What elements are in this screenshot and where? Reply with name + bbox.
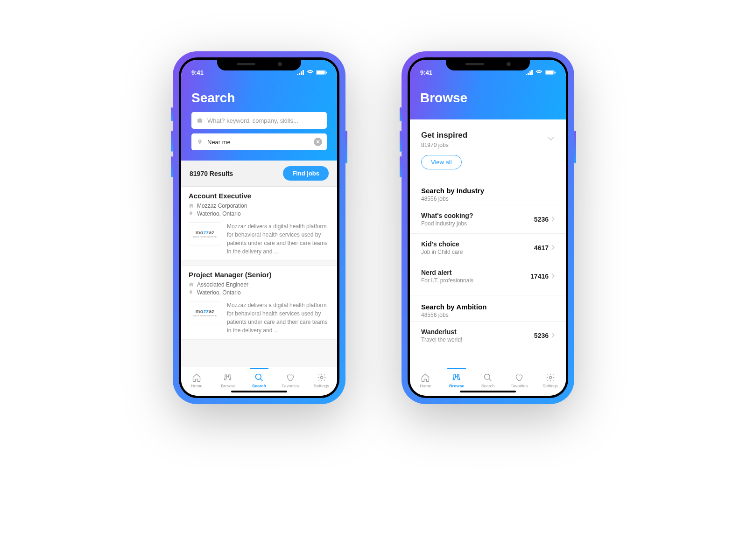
tab-settings[interactable]: Settings — [536, 372, 564, 388]
pin-icon — [189, 211, 194, 217]
signal-icon — [297, 70, 304, 75]
tab-search[interactable]: Search — [474, 372, 502, 388]
industry-row-cooking[interactable]: What's cooking? Food industry jobs 5236 — [410, 205, 566, 233]
svg-point-17 — [484, 374, 490, 379]
section-subtitle: 81970 jobs — [421, 142, 555, 148]
job-title: Project Manager (Senior) — [181, 266, 337, 281]
ambition-row-wanderlust[interactable]: Wanderlust Travel the world! 5236 — [410, 321, 566, 350]
svg-rect-16 — [555, 71, 556, 73]
clear-location-button[interactable] — [314, 138, 322, 146]
browse-list[interactable]: Get inspired 81970 jobs View all Search … — [410, 119, 566, 367]
phone-browse: 9:41 Browse — [402, 51, 574, 404]
heart-icon — [285, 372, 296, 383]
status-time: 9:41 — [191, 69, 204, 76]
job-card[interactable]: Project Manager (Senior) Associated Engi… — [181, 266, 337, 340]
row-count: 4617 — [534, 244, 549, 252]
gear-icon — [317, 372, 327, 383]
company-logo: mozzaz care everywhere — [189, 301, 221, 324]
company-icon — [189, 203, 194, 209]
phone-search: 9:41 Search — [173, 51, 345, 404]
tab-settings[interactable]: Settings — [308, 372, 336, 388]
job-description: Mozzaz delivers a digital health platfor… — [227, 301, 330, 335]
device-notch — [446, 57, 530, 70]
row-count: 17416 — [530, 273, 549, 280]
svg-rect-3 — [303, 70, 304, 75]
view-all-button[interactable]: View all — [421, 155, 462, 169]
tab-search[interactable]: Search — [245, 372, 273, 388]
device-notch — [217, 57, 301, 70]
chevron-right-icon — [551, 244, 555, 252]
svg-line-8 — [260, 378, 262, 381]
search-icon — [483, 372, 493, 383]
tab-favorites[interactable]: Favorites — [276, 372, 304, 388]
job-description: Mozzaz delivers a digital health platfor… — [227, 222, 330, 256]
job-location: Waterloo, Ontario — [197, 289, 241, 296]
chevron-down-icon[interactable] — [547, 134, 555, 143]
briefcase-icon — [196, 117, 204, 124]
signal-icon — [526, 70, 533, 75]
job-company: Associated Engineer — [197, 281, 248, 288]
svg-rect-6 — [326, 71, 327, 73]
svg-rect-2 — [301, 71, 302, 75]
industry-row-kids[interactable]: Kid's choice Job in Child care 4617 — [410, 233, 566, 262]
tab-favorites[interactable]: Favorites — [505, 372, 533, 388]
search-header: 9:41 Search — [181, 60, 337, 161]
job-company: Mozzaz Corporation — [197, 203, 247, 209]
pin-icon — [189, 290, 194, 295]
page-title: Search — [191, 91, 327, 105]
svg-point-7 — [255, 374, 261, 379]
tab-browse[interactable]: Browse — [214, 372, 242, 388]
row-count: 5236 — [534, 332, 549, 339]
keyword-placeholder: What? keyword, company, skills... — [207, 117, 298, 124]
results-bar: 81970 Results Find jobs — [181, 161, 337, 187]
search-icon — [254, 372, 264, 383]
chevron-right-icon — [551, 332, 555, 339]
svg-rect-13 — [531, 70, 533, 75]
job-title: Account Executive — [181, 187, 337, 203]
job-card[interactable]: Account Executive Mozzaz Corporation Wat… — [181, 187, 337, 261]
job-list[interactable]: Account Executive Mozzaz Corporation Wat… — [181, 187, 337, 367]
svg-rect-0 — [297, 74, 298, 75]
home-indicator[interactable] — [231, 391, 287, 392]
industry-row-nerd[interactable]: Nerd alert For I.T. profesionnals 17416 — [410, 262, 566, 290]
battery-icon — [316, 70, 327, 75]
home-indicator[interactable] — [460, 391, 516, 392]
svg-point-19 — [549, 376, 551, 378]
status-time: 9:41 — [420, 69, 432, 76]
results-count: 81970 Results — [190, 170, 233, 177]
section-get-inspired[interactable]: Get inspired 81970 jobs View all — [410, 121, 566, 174]
battery-icon — [545, 70, 556, 75]
gear-icon — [545, 372, 556, 383]
keyword-input[interactable]: What? keyword, company, skills... — [191, 112, 327, 129]
tab-home[interactable]: Home — [183, 372, 211, 388]
svg-rect-5 — [317, 70, 325, 74]
binoculars-icon — [223, 372, 233, 383]
binoculars-icon — [451, 372, 462, 383]
find-jobs-button[interactable]: Find jobs — [283, 166, 329, 181]
home-icon — [420, 372, 430, 383]
tab-home[interactable]: Home — [411, 372, 439, 388]
svg-point-9 — [320, 376, 323, 378]
svg-line-18 — [489, 378, 491, 381]
pin-icon — [196, 138, 204, 146]
svg-rect-10 — [526, 74, 527, 75]
section-title: Get inspired — [421, 131, 555, 140]
company-icon — [189, 282, 194, 287]
heart-icon — [514, 372, 524, 383]
page-title: Browse — [420, 91, 556, 105]
svg-rect-15 — [546, 70, 554, 74]
svg-rect-11 — [528, 73, 529, 75]
svg-rect-1 — [299, 73, 300, 75]
wifi-icon — [307, 70, 314, 75]
location-value: Near me — [207, 139, 231, 146]
chevron-right-icon — [551, 273, 555, 280]
section-industry-header: Search by Industry 48556 jobs — [410, 179, 566, 205]
company-logo: mozzaz care everywhere — [189, 222, 221, 245]
row-count: 5236 — [534, 216, 549, 223]
section-ambition-header: Search by Ambition 48556 jobs — [410, 295, 566, 321]
location-input[interactable]: Near me — [191, 133, 327, 150]
home-icon — [191, 372, 202, 383]
tab-browse[interactable]: Browse — [443, 372, 471, 388]
job-location: Waterloo, Ontario — [197, 210, 241, 217]
wifi-icon — [536, 70, 543, 75]
